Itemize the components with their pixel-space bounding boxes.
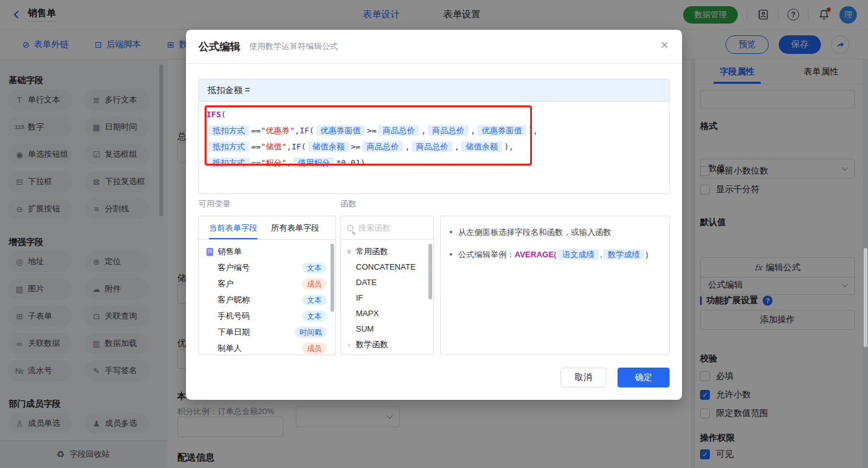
formula-hints-panel: • 从左侧面板选择字段名和函数，或输入函数 • 公式编辑举例：AVERAGE(语… [440,216,670,355]
function-group-label: 常用函数 [356,246,388,257]
hint-text-2: 公式编辑举例：AVERAGE(语文成绩,数学成绩) [458,249,649,261]
variables-label: 可用变量 [198,198,231,210]
formula-field-pill[interactable]: 商品总价 [412,141,453,152]
formula-editor-modal: 公式编辑 使用数学运算符编辑公式 × 抵扣金额 = IFS(抵扣方式=="优惠券… [186,30,682,400]
variables-panel: 当前表单字段所有表单字段 销售单 客户编号文本客户成员客户昵称文本手机号码文本下… [198,216,336,355]
function-item[interactable]: MAPX [341,306,433,321]
variable-row[interactable]: 客户昵称文本 [199,292,335,308]
cancel-button[interactable]: 取消 [560,368,606,387]
variables-tab[interactable]: 所有表单字段 [271,216,319,239]
formula-editor: 抵扣金额 = IFS(抵扣方式=="优惠券",IF(优惠券面值>=商品总价,商品… [198,79,670,194]
formula-field-pill[interactable]: 抵扣方式 [208,125,249,136]
formula-field-pill[interactable]: 使用积分 [293,157,334,168]
variable-type-badge: 文本 [302,294,327,306]
formula-field-pill[interactable]: 商品总价 [362,141,403,152]
formula-token: ), [528,126,538,135]
function-groups: ∨常用函数CONCATENATEDATEIFMAPXSUM›数学函数›文本函数 [341,240,433,355]
formula-token: , [286,158,291,167]
variable-type-badge: 成员 [302,343,327,354]
variable-row[interactable]: 客户编号文本 [199,260,335,276]
variable-row[interactable]: 客户成员 [199,276,335,292]
function-group[interactable]: ∨常用函数 [341,244,433,259]
function-group-label: 文本函数 [356,355,388,356]
formula-field-pill[interactable]: 商品总价 [428,125,469,136]
formula-token: IFS [206,110,221,119]
formula-token: ), [504,142,514,151]
confirm-button[interactable]: 确定 [618,368,670,387]
function-search-input[interactable] [358,223,417,232]
variables-scrollbar[interactable] [330,244,334,312]
form-doc-icon [206,248,213,256]
variable-name: 客户 [218,278,234,289]
formula-token: , [454,142,459,151]
formula-token: == [251,142,261,151]
variables-tab[interactable]: 当前表单字段 [209,216,257,239]
functions-scrollbar[interactable] [428,244,432,299]
formula-field-pill[interactable]: 抵扣方式 [208,141,249,152]
chevron-right-icon: › [346,341,352,348]
formula-field-pill[interactable]: 商品总价 [378,125,419,136]
function-item[interactable]: SUM [341,321,433,337]
function-search [341,216,433,240]
modal-subtitle: 使用数学运算符编辑公式 [249,41,338,52]
tree-root-form[interactable]: 销售单 [199,244,335,260]
functions-panel: ∨常用函数CONCATENATEDATEIFMAPXSUM›数学函数›文本函数 [340,216,434,355]
variables-tree: 销售单 客户编号文本客户成员客户昵称文本手机号码文本下单日期时间戳制单人成员 [199,240,335,355]
example-prefix: 公式编辑举例： [458,250,515,259]
formula-token: "积分" [261,158,287,167]
formula-token: , [600,250,603,259]
formula-token: >= [351,142,361,151]
formula-token: "优惠券" [261,126,295,135]
formula-token: ) [645,250,648,259]
formula-line: 抵扣方式=="积分",使用积分*0.01) [206,155,662,171]
formula-token: AVERAGE [515,250,554,259]
hint-row-1: • 从左侧面板选择字段名和函数，或输入函数 [450,226,660,239]
formula-field-pill[interactable]: 储值余额 [461,141,502,152]
function-group-label: 数学函数 [356,339,388,350]
formula-token: ( [301,142,306,151]
modal-title: 公式编辑 [198,40,241,54]
tree-root-label: 销售单 [218,246,242,257]
formula-input-area[interactable]: IFS(抵扣方式=="优惠券",IF(优惠券面值>=商品总价,商品总价,优惠券面… [199,102,669,176]
variable-name: 制单人 [218,343,242,354]
page-scrollbar[interactable] [864,248,867,347]
formula-token: == [251,158,261,167]
formula-token: ( [309,126,314,135]
variable-type-badge: 时间戳 [294,327,327,338]
variable-name: 手机号码 [218,311,250,322]
variable-field-list: 客户编号文本客户成员客户昵称文本手机号码文本下单日期时间戳制单人成员 [199,260,335,355]
variable-type-badge: 文本 [302,262,327,273]
variable-row[interactable]: 手机号码文本 [199,308,335,324]
formula-field-pill[interactable]: 优惠券面值 [316,125,365,136]
function-item[interactable]: CONCATENATE [341,259,433,275]
formula-token: ( [221,110,226,119]
variable-row[interactable]: 制单人成员 [199,340,335,355]
formula-token: , [286,142,291,151]
modal-footer: 取消 确定 [560,368,670,387]
formula-token: "储值" [261,142,287,151]
formula-line: 抵扣方式=="优惠券",IF(优惠券面值>=商品总价,商品总价,优惠券面值), [206,123,662,139]
variable-row[interactable]: 下单日期时间戳 [199,324,335,340]
formula-line: IFS( [206,107,662,123]
variable-type-badge: 文本 [302,311,327,322]
formula-field-pill[interactable]: 优惠券面值 [477,125,526,136]
formula-token: IF [291,142,301,151]
modal-header: 公式编辑 使用数学运算符编辑公式 [186,30,682,64]
formula-token: == [251,126,261,135]
function-item[interactable]: DATE [341,275,433,290]
variables-tabs: 当前表单字段所有表单字段 [199,216,335,240]
bullet-icon: • [450,249,458,261]
formula-field-pill[interactable]: 抵扣方式 [208,157,249,168]
formula-field-pill[interactable]: 语文成绩 [558,249,599,260]
function-item[interactable]: IF [341,290,433,306]
formula-field-pill[interactable]: 储值余额 [308,141,349,152]
variable-name: 客户编号 [218,262,250,273]
functions-label: 函数 [340,198,356,210]
formula-field-pill[interactable]: 数学成绩 [603,249,644,260]
function-group[interactable]: ›数学函数 [341,337,433,352]
formula-token: , [471,126,476,135]
close-icon[interactable]: × [660,38,668,52]
chevron-down-icon: ∨ [346,247,352,255]
function-group[interactable]: ›文本函数 [341,352,433,355]
variable-name: 下单日期 [218,327,250,338]
